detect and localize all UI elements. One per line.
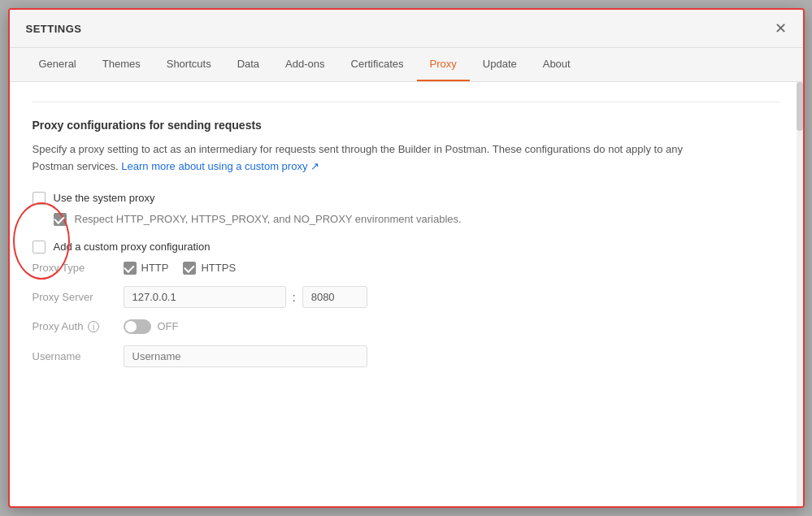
respect-env-row: Respect HTTP_PROXY, HTTPS_PROXY, and NO_… (54, 213, 780, 226)
modal-title: SETTINGS (26, 23, 82, 46)
proxy-auth-toggle-row: OFF (124, 319, 179, 334)
system-proxy-checkbox[interactable] (33, 192, 46, 205)
custom-proxy-checkbox[interactable] (33, 241, 46, 254)
system-proxy-label[interactable]: Use the system proxy (54, 192, 155, 204)
proxy-auth-label: Proxy Auth i (33, 320, 114, 333)
tab-addons[interactable]: Add-ons (272, 48, 337, 81)
username-row: Username (33, 345, 780, 367)
settings-modal: SETTINGS ✕ General Themes Shortcuts Data… (8, 8, 805, 508)
proxy-server-label: Proxy Server (33, 291, 114, 303)
https-label: HTTPS (201, 262, 236, 274)
proxy-server-input[interactable] (124, 286, 286, 308)
tab-proxy[interactable]: Proxy (417, 48, 470, 81)
scrollbar-thumb[interactable] (797, 82, 803, 131)
proxy-auth-off-label: OFF (158, 320, 179, 332)
system-proxy-row: Use the system proxy (33, 192, 780, 205)
proxy-auth-toggle[interactable] (124, 319, 151, 334)
custom-proxy-label[interactable]: Add a custom proxy configuration (54, 241, 211, 253)
tab-general[interactable]: General (26, 48, 89, 81)
custom-proxy-row: Add a custom proxy configuration (33, 241, 780, 254)
username-input[interactable] (124, 345, 367, 367)
https-checkbox[interactable] (183, 262, 196, 275)
scrollbar-track (797, 82, 803, 506)
http-label: HTTP (141, 262, 169, 274)
username-label: Username (33, 350, 114, 362)
close-button[interactable]: ✕ (775, 21, 787, 47)
colon-separator: : (293, 290, 296, 304)
proxy-auth-row: Proxy Auth i OFF (33, 319, 780, 334)
tab-update[interactable]: Update (470, 48, 530, 81)
tab-about[interactable]: About (530, 48, 584, 81)
proxy-type-options: HTTP HTTPS (124, 262, 237, 275)
server-input-group: : (124, 286, 367, 308)
tab-themes[interactable]: Themes (89, 48, 154, 81)
divider-top (33, 102, 780, 102)
proxy-server-row: Proxy Server : (33, 286, 780, 308)
proxy-type-http: HTTP (124, 262, 169, 275)
http-checkbox[interactable] (124, 262, 137, 275)
modal-header: SETTINGS ✕ (10, 10, 803, 48)
proxy-type-https: HTTPS (183, 262, 236, 275)
modal-content: Proxy configurations for sending request… (10, 82, 803, 506)
tab-data[interactable]: Data (224, 48, 272, 81)
proxy-type-label: Proxy Type (33, 262, 114, 274)
respect-env-checkbox[interactable] (54, 213, 67, 226)
section-title: Proxy configurations for sending request… (33, 119, 780, 132)
tab-shortcuts[interactable]: Shortcuts (154, 48, 224, 81)
respect-env-label[interactable]: Respect HTTP_PROXY, HTTPS_PROXY, and NO_… (75, 213, 462, 225)
proxy-port-input[interactable] (302, 286, 367, 308)
section-description: Specify a proxy setting to act as an int… (33, 141, 699, 176)
proxy-auth-info-icon[interactable]: i (88, 321, 99, 332)
learn-more-link[interactable]: Learn more about using a custom proxy ↗ (121, 160, 319, 172)
tab-certificates[interactable]: Certificates (338, 48, 417, 81)
tabs-container: General Themes Shortcuts Data Add-ons Ce… (10, 48, 803, 82)
proxy-type-row: Proxy Type HTTP HTTPS (33, 262, 780, 275)
